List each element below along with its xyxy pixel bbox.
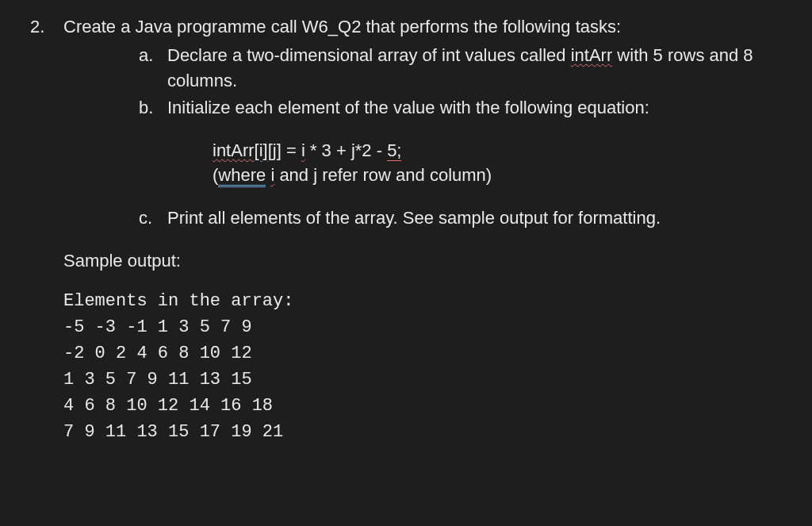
eq-lhs-j: [j] <box>268 140 282 160</box>
equation-line-2: (where i and j refer row and column) <box>213 163 788 188</box>
eq-lhs-i: [i] <box>255 140 268 160</box>
eq-where-word: where <box>218 165 266 187</box>
eq-rhs-end: 5; <box>387 140 401 161</box>
sub-content-c: Print all elements of the array. See sam… <box>167 205 788 231</box>
sub-list: a. Declare a two-dimensional array of in… <box>139 43 788 121</box>
sub-item-a: a. Declare a two-dimensional array of in… <box>139 43 788 94</box>
sub-letter-a: a. <box>139 43 167 68</box>
question-intro: Create a Java programme call W6_Q2 that … <box>63 14 788 40</box>
sub-content-a: Declare a two-dimensional array of int v… <box>167 43 788 94</box>
question-number: 2. <box>24 14 63 40</box>
eq-intarr: intArr <box>213 140 255 160</box>
part-a-varname: intArr <box>571 45 613 65</box>
intro-prefix: Create a Java programme call <box>63 17 302 36</box>
question-item: 2. Create a Java programme call W6_Q2 th… <box>24 14 788 445</box>
eq-equals: = <box>282 140 301 160</box>
question-content: Create a Java programme call W6_Q2 that … <box>63 14 788 445</box>
eq-rhs-mid: * 3 + j*2 - <box>305 140 387 160</box>
eq-where-rest: and j refer row and column) <box>274 165 492 185</box>
sub-list-c: c. Print all elements of the array. See … <box>139 205 788 231</box>
equation-line-1: intArr[i][j] = i * 3 + j*2 - 5; <box>213 138 788 163</box>
sub-item-b: b. Initialize each element of the value … <box>139 95 788 121</box>
class-name: W6_Q2 <box>302 17 362 36</box>
sub-letter-b: b. <box>139 95 167 121</box>
sample-output-block: Elements in the array: -5 -3 -1 1 3 5 7 … <box>63 288 788 445</box>
sub-letter-c: c. <box>139 205 167 231</box>
equation-block: intArr[i][j] = i * 3 + j*2 - 5; (where i… <box>213 138 788 189</box>
part-a-prefix: Declare a two-dimensional array of int v… <box>167 45 571 65</box>
sample-output-label: Sample output: <box>63 248 788 274</box>
sub-content-b: Initialize each element of the value wit… <box>167 95 788 121</box>
sub-item-c: c. Print all elements of the array. See … <box>139 205 788 231</box>
intro-suffix: that performs the following tasks: <box>361 17 621 36</box>
